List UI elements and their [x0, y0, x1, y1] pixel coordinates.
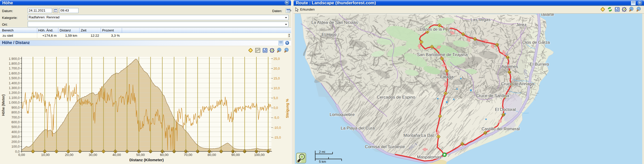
- svg-text:1.800,0: 1.800,0: [9, 62, 20, 65]
- svg-text:17: 17: [220, 151, 222, 152]
- svg-text:12: 12: [474, 38, 476, 40]
- svg-text:600,0: 600,0: [11, 120, 20, 124]
- svg-text:Montaña La Dat: Montaña La Dat: [404, 133, 434, 138]
- svg-text:-10,0: -10,0: [273, 126, 281, 130]
- svg-text:900,0: 900,0: [11, 106, 20, 109]
- svg-text:6: 6: [431, 46, 432, 48]
- svg-text:Las Vegas: Las Vegas: [470, 17, 490, 22]
- svg-text:8: 8: [115, 151, 116, 152]
- svg-text:400,0: 400,0: [11, 130, 20, 134]
- svg-text:15: 15: [197, 151, 199, 152]
- svg-text:1.000,0: 1.000,0: [9, 101, 20, 104]
- svg-text:100,0: 100,0: [11, 145, 20, 148]
- svg-text:11: 11: [462, 33, 464, 35]
- svg-text:1.500,0: 1.500,0: [9, 76, 20, 80]
- svg-text:6: 6: [91, 151, 92, 152]
- svg-text:10,0: 10,0: [273, 86, 280, 90]
- svg-text:20,00: 20,00: [65, 153, 73, 157]
- svg-text:13: 13: [173, 151, 175, 152]
- svg-text:12: 12: [161, 151, 163, 152]
- svg-text:16: 16: [208, 151, 210, 152]
- svg-text:18: 18: [232, 151, 234, 152]
- svg-text:30,00: 30,00: [89, 153, 97, 157]
- svg-text:10,00: 10,00: [41, 153, 50, 157]
- svg-text:Cornisa del Suroeste: Cornisa del Suroeste: [365, 144, 405, 149]
- svg-text:25,0: 25,0: [273, 57, 280, 61]
- svg-text:5 km: 5 km: [319, 160, 326, 163]
- svg-text:10: 10: [138, 151, 140, 152]
- svg-text:Castillo del Romeral: Castillo del Romeral: [481, 127, 520, 131]
- svg-text:20: 20: [461, 143, 463, 145]
- svg-text:4: 4: [68, 151, 69, 152]
- svg-text:14: 14: [185, 151, 187, 152]
- svg-text:21: 21: [267, 151, 269, 152]
- svg-text:Höhe (Meter): Höhe (Meter): [1, 94, 5, 116]
- svg-text:Cercados de Espino: Cercados de Espino: [377, 95, 415, 100]
- svg-text:5: 5: [79, 151, 80, 152]
- svg-text:-15,0: -15,0: [273, 136, 281, 139]
- svg-text:70,00: 70,00: [184, 153, 192, 157]
- svg-text:2: 2: [439, 115, 440, 117]
- svg-text:19: 19: [244, 151, 246, 152]
- svg-text:800,0: 800,0: [11, 110, 20, 114]
- svg-text:1.900,0: 1.900,0: [9, 57, 20, 61]
- svg-text:1: 1: [32, 151, 33, 152]
- svg-text:9: 9: [439, 24, 440, 27]
- svg-text:19: 19: [484, 132, 486, 134]
- svg-text:Distanz (Kilometer): Distanz (Kilometer): [129, 158, 164, 162]
- svg-text:50,00: 50,00: [136, 153, 145, 157]
- svg-text:Ojos de Garza: Ojos de Garza: [522, 40, 550, 45]
- svg-text:1.300,0: 1.300,0: [9, 86, 20, 90]
- svg-text:20: 20: [255, 151, 257, 152]
- svg-text:Cruce de Arinaga: Cruce de Arinaga: [501, 81, 534, 86]
- svg-text:Maspalomas: Maspalomas: [417, 155, 441, 159]
- svg-text:1: 1: [438, 136, 439, 138]
- svg-text:Steigung %: Steigung %: [285, 99, 289, 118]
- svg-text:Taliarte: Taliarte: [540, 14, 554, 17]
- svg-text:1.100,0: 1.100,0: [9, 96, 20, 100]
- svg-text:11: 11: [150, 151, 152, 152]
- svg-text:1.200,0: 1.200,0: [9, 91, 20, 95]
- svg-text:Agüimes: Agüimes: [501, 64, 518, 69]
- svg-text:0,00: 0,00: [18, 153, 25, 157]
- svg-text:-5,0: -5,0: [273, 116, 279, 119]
- svg-text:San Bartolomé de Tirajana: San Bartolomé de Tirajana: [417, 52, 468, 57]
- svg-text:100,00: 100,00: [254, 153, 264, 157]
- svg-text:5,0: 5,0: [273, 96, 278, 100]
- svg-text:300,0: 300,0: [11, 135, 20, 139]
- svg-text:18: 18: [502, 114, 504, 116]
- svg-text:3: 3: [445, 92, 446, 95]
- svg-text:7: 7: [103, 151, 104, 152]
- svg-text:15,0: 15,0: [273, 76, 280, 80]
- svg-text:7: 7: [421, 41, 422, 43]
- svg-text:15: 15: [508, 71, 510, 73]
- svg-text:La Aldea de San Nicolás: La Aldea de San Nicolás: [311, 20, 358, 25]
- svg-text:80,00: 80,00: [208, 153, 216, 157]
- svg-text:9: 9: [127, 151, 128, 152]
- svg-text:Fataga: Fataga: [440, 74, 454, 79]
- svg-text:20,0: 20,0: [273, 67, 280, 70]
- svg-text:El Hoyo: El Hoyo: [321, 32, 337, 37]
- svg-text:90,00: 90,00: [231, 153, 240, 157]
- svg-text:1.600,0: 1.600,0: [9, 71, 20, 75]
- svg-text:60,00: 60,00: [160, 153, 169, 157]
- svg-text:3: 3: [56, 151, 57, 152]
- svg-text:2 mi: 2 mi: [319, 150, 325, 154]
- svg-text:200,0: 200,0: [11, 140, 20, 144]
- svg-text:El Burrero: El Burrero: [530, 62, 549, 67]
- svg-text:14: 14: [507, 56, 509, 59]
- svg-text:El Doctoral: El Doctoral: [495, 107, 516, 112]
- svg-text:Cruce de Sardina: Cruce de Sardina: [476, 93, 509, 98]
- svg-text:Lomoquiebre: Lomoquiebre: [330, 112, 354, 117]
- svg-text:1.700,0: 1.700,0: [9, 66, 20, 70]
- svg-text:13: 13: [496, 44, 498, 46]
- svg-text:Llanos de la Pez: Llanos de la Pez: [420, 27, 450, 31]
- svg-text:0,0: 0,0: [273, 106, 278, 110]
- svg-text:Jerez: Jerez: [516, 22, 527, 27]
- svg-text:40,00: 40,00: [112, 153, 121, 157]
- svg-text:5: 5: [441, 58, 442, 60]
- svg-text:700,0: 700,0: [11, 115, 20, 119]
- svg-text:500,0: 500,0: [11, 125, 20, 129]
- svg-text:La Playa del Cura: La Playa del Cura: [341, 126, 375, 131]
- svg-text:2: 2: [44, 151, 45, 152]
